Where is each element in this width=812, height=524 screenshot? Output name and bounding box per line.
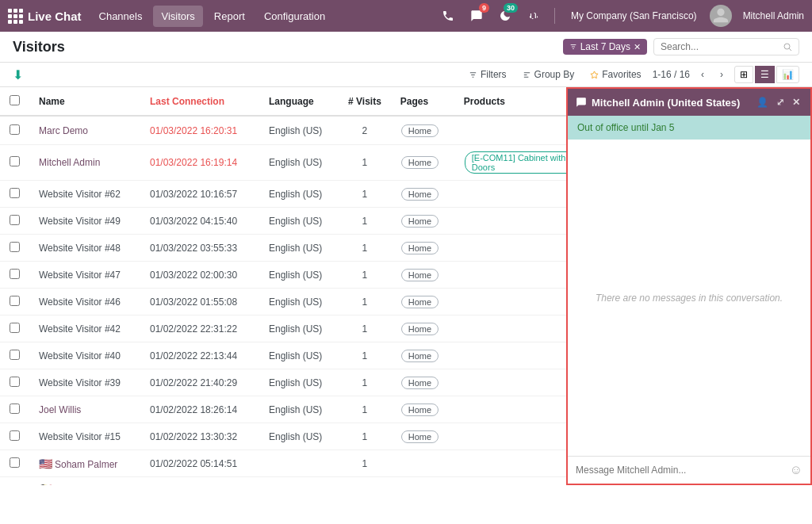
visit-count: 1 xyxy=(362,157,368,168)
view-chart-button[interactable]: 📊 xyxy=(776,66,799,83)
col-header-pages: Pages xyxy=(391,87,454,116)
filter-remove-button[interactable]: ✕ xyxy=(634,42,641,52)
language: English (US) xyxy=(269,125,322,136)
filter-icon xyxy=(569,43,577,51)
visit-count: 1 xyxy=(362,243,368,254)
row-checkbox[interactable] xyxy=(10,350,20,360)
nav-channels[interactable]: Channels xyxy=(91,6,151,27)
emoji-button[interactable]: ☺ xyxy=(790,463,802,477)
visitor-name-link[interactable]: Joel Willis xyxy=(39,404,81,415)
chat-empty-state: There are no messages in this conversati… xyxy=(568,140,810,456)
row-checkbox[interactable] xyxy=(10,124,20,135)
visit-count: 1 xyxy=(362,296,368,308)
nav-visitors[interactable]: Visitors xyxy=(153,6,202,27)
language: English (US) xyxy=(269,157,322,168)
col-header-name: Name xyxy=(29,87,140,116)
nav-separator xyxy=(554,8,555,24)
last-connection-date: 01/02/2022 21:40:29 xyxy=(150,377,237,388)
app-logo[interactable]: Live Chat xyxy=(8,9,82,24)
language: English (US) xyxy=(269,270,322,281)
nav-report[interactable]: Report xyxy=(206,6,253,27)
last-connection-date: 01/02/2022 22:31:22 xyxy=(150,323,237,335)
chat-profile-button[interactable]: 👤 xyxy=(754,95,771,109)
toolbar-right: Filters Group By Favorites 1-16 / 16 ‹ ›… xyxy=(464,66,799,83)
favorites-button[interactable]: Favorites xyxy=(585,67,645,82)
col-header-language: Language xyxy=(259,87,339,116)
last-connection-date: 01/03/2022 01:55:08 xyxy=(150,296,237,308)
chat-header: Mitchell Admin (United States) 👤 ⤢ ✕ xyxy=(568,89,810,116)
row-checkbox[interactable] xyxy=(10,404,20,414)
row-checkbox[interactable] xyxy=(10,156,20,166)
out-of-office-banner: Out of office until Jan 5 xyxy=(568,116,810,140)
filter-icon xyxy=(469,71,477,79)
row-checkbox[interactable] xyxy=(10,242,20,252)
language: English (US) xyxy=(269,377,322,388)
visitor-name-link[interactable]: Mitchell Admin xyxy=(39,157,100,168)
row-checkbox[interactable] xyxy=(10,323,20,333)
row-checkbox[interactable] xyxy=(10,430,20,441)
last-connection-date: 01/03/2022 16:20:31 xyxy=(150,125,237,136)
page-tag: Home xyxy=(401,215,439,228)
chat-message-input[interactable] xyxy=(576,465,785,476)
groupby-icon xyxy=(523,71,531,79)
page-tag: Home xyxy=(401,430,439,443)
visitor-name-link[interactable]: Soham Palmer xyxy=(55,459,117,470)
visitor-name: Website Visitor #15 xyxy=(39,431,121,442)
page-tag: Home xyxy=(401,296,439,308)
language: English (US) xyxy=(269,216,322,227)
language: English (US) xyxy=(269,350,322,361)
chat-button[interactable]: 9 xyxy=(465,5,488,27)
visit-count: 2 xyxy=(362,125,368,136)
visitor-name: Website Visitor #62 xyxy=(39,189,121,200)
row-checkbox[interactable] xyxy=(10,457,20,468)
toolbar-left: ⬇ xyxy=(13,67,23,82)
filters-button[interactable]: Filters xyxy=(464,67,511,82)
chat-close-button[interactable]: ✕ xyxy=(790,95,802,109)
chat-expand-button[interactable]: ⤢ xyxy=(774,95,787,109)
row-checkbox[interactable] xyxy=(10,188,20,198)
page-tag: Home xyxy=(401,377,439,389)
filter-tag[interactable]: Last 7 Days ✕ xyxy=(563,39,647,55)
main-content: Name Last Connection Language # Visits P… xyxy=(0,87,812,485)
page-title: Visitors xyxy=(13,39,65,55)
page-tag: Home xyxy=(401,404,439,416)
groupby-button[interactable]: Group By xyxy=(518,67,580,82)
last-connection-date: 01/03/2022 02:00:30 xyxy=(150,270,237,281)
row-checkbox[interactable] xyxy=(10,296,20,306)
page-tag: Home xyxy=(401,156,439,169)
col-header-visits: # Visits xyxy=(339,87,391,116)
filter-tag-label: Last 7 Days xyxy=(580,41,630,52)
view-kanban-button[interactable]: ⊞ xyxy=(734,66,753,83)
settings-button[interactable] xyxy=(523,5,545,27)
last-connection-date: 01/02/2022 05:14:51 xyxy=(150,458,237,469)
nav-configuration[interactable]: Configuration xyxy=(256,6,333,27)
search-input[interactable] xyxy=(661,41,779,52)
phone-button[interactable] xyxy=(437,5,459,27)
admin-name: Mitchell Admin xyxy=(743,10,804,21)
moon-button[interactable]: 30 xyxy=(494,5,516,27)
visit-count: 1 xyxy=(362,377,368,388)
select-all-checkbox[interactable] xyxy=(10,95,20,105)
visitor-name: Website Visitor #49 xyxy=(39,216,121,227)
view-toggle: ⊞ ☰ 📊 xyxy=(734,66,799,83)
row-checkbox[interactable] xyxy=(10,377,20,387)
prev-page-button[interactable]: ‹ xyxy=(696,67,709,82)
visitor-name: Website Visitor #39 xyxy=(39,377,121,388)
visitor-name-link[interactable]: Marc Demo xyxy=(39,125,88,136)
moon-badge: 30 xyxy=(504,3,518,13)
search-icon xyxy=(783,42,792,52)
view-list-button[interactable]: ☰ xyxy=(755,66,775,83)
visitor-name: Website Visitor #46 xyxy=(39,296,121,308)
last-connection-date: 01/03/2022 03:55:33 xyxy=(150,243,237,254)
avatar[interactable] xyxy=(710,5,732,27)
chat-bubble-icon xyxy=(576,97,587,108)
page-header: Visitors Last 7 Days ✕ xyxy=(0,32,812,63)
download-button[interactable]: ⬇ xyxy=(13,67,23,82)
row-checkbox[interactable] xyxy=(10,215,20,225)
row-checkbox[interactable] xyxy=(10,269,20,279)
groupby-label: Group By xyxy=(534,69,575,80)
page-tag: Home xyxy=(401,124,439,137)
last-connection-date: 01/02/2022 22:13:44 xyxy=(150,350,237,361)
last-connection-date: 01/03/2022 16:19:14 xyxy=(150,157,237,168)
next-page-button[interactable]: › xyxy=(715,67,728,82)
